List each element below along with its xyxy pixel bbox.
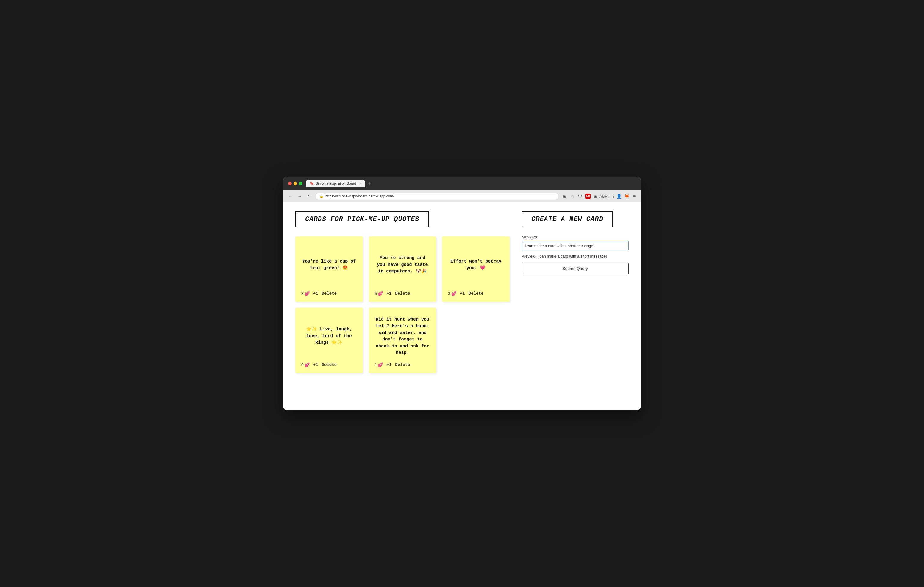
page-layout: Cards for Pick-me-up Quotes You're like … [295, 211, 629, 373]
card-4-message: ⭐✨ Live, laugh, love, Lord of the Rings … [301, 315, 357, 358]
grid-icon[interactable]: ⊞ [593, 194, 598, 199]
url-bar[interactable]: 🔒 https://simons-inspo-board.herokuapp.c… [315, 193, 559, 200]
card-3-plus-one[interactable]: +1 [460, 291, 465, 296]
card-2-likes: 5 💕 [375, 291, 383, 296]
card-5-likes: 1 💕 [375, 362, 383, 367]
card-2-plus-one[interactable]: +1 [386, 291, 391, 296]
tab-close-icon[interactable]: ✕ [359, 182, 361, 185]
active-tab[interactable]: 🔖 Simon's Inspiration Board ✕ [306, 179, 365, 187]
card-1-actions: 3 💕 +1 Delete [301, 291, 357, 296]
card-5-message: Did it hurt when you fell? Here's a band… [375, 315, 431, 358]
card-5: Did it hurt when you fell? Here's a band… [369, 308, 436, 373]
card-1-likes: 3 💕 [301, 291, 310, 296]
card-4-delete[interactable]: Delete [322, 362, 337, 367]
card-1-plus-one[interactable]: +1 [313, 291, 318, 296]
preview-text: Preview: I can make a card with a short … [521, 254, 629, 258]
cards-grid: You're like a cup of tea: green! 😍 3 💕 +… [295, 237, 510, 373]
message-form-group: Message Preview: I can make a card with … [521, 235, 629, 274]
close-button[interactable] [288, 182, 292, 185]
traffic-lights [288, 182, 302, 185]
card-4: ⭐✨ Live, laugh, love, Lord of the Rings … [295, 308, 363, 373]
card-3-actions: 3 💕 +1 Delete [448, 291, 504, 296]
forward-button[interactable]: → [297, 193, 303, 199]
card-1-delete[interactable]: Delete [322, 291, 337, 296]
card-3-message: Effort won't betray you. 💗 [448, 243, 504, 286]
bookmark-icon[interactable]: ☆ [570, 194, 575, 199]
address-bar: ← → ↻ 🔒 https://simons-inspo-board.herok… [284, 190, 640, 202]
tab-bar: 🔖 Simon's Inspiration Board ✕ + [306, 179, 636, 187]
main-content: Cards for Pick-me-up Quotes You're like … [284, 202, 640, 410]
firefox-icon[interactable]: 🦊 [624, 194, 629, 199]
board-header: Cards for Pick-me-up Quotes [295, 211, 429, 227]
refresh-button[interactable]: ↻ [306, 193, 312, 199]
message-input[interactable] [521, 241, 629, 250]
card-3-delete[interactable]: Delete [469, 291, 483, 296]
card-5-plus-one[interactable]: +1 [386, 362, 391, 367]
card-4-actions: 0 💕 +1 Delete [301, 362, 357, 367]
back-button[interactable]: ← [287, 193, 294, 199]
addon-icon[interactable]: AD [585, 194, 591, 199]
hamburger-menu-icon[interactable]: ≡ [632, 194, 637, 199]
card-1-message: You're like a cup of tea: green! 😍 [301, 243, 357, 286]
toolbar-icons: ⊞ ☆ 🛡 AD ⊞ ABP ⋮⋮ 👤 🦊 ≡ [562, 194, 637, 199]
card-2-message: You're strong and you have good taste in… [375, 243, 431, 286]
card-2: You're strong and you have good taste in… [369, 237, 436, 302]
submit-button[interactable]: Submit Query [521, 263, 629, 274]
card-3: Effort won't betray you. 💗 3 💕 +1 Delete [442, 237, 510, 302]
new-tab-button[interactable]: + [366, 180, 372, 187]
profile-icon[interactable]: 👤 [616, 194, 622, 199]
extensions-icon[interactable]: ⊞ [562, 194, 568, 199]
left-panel: Cards for Pick-me-up Quotes You're like … [295, 211, 510, 373]
minimize-button[interactable] [294, 182, 297, 185]
create-header: Create a New Card [521, 211, 613, 227]
maximize-button[interactable] [299, 182, 302, 185]
message-label: Message [521, 235, 629, 239]
card-5-delete[interactable]: Delete [395, 362, 410, 367]
menu-grid-icon[interactable]: ⋮⋮ [609, 194, 614, 199]
board-title: Cards for Pick-me-up Quotes [305, 215, 419, 223]
tab-favicon-icon: 🔖 [310, 181, 314, 186]
abp-icon[interactable]: ABP [601, 194, 606, 199]
create-title: Create a New Card [531, 215, 603, 223]
shield-icon[interactable]: 🛡 [578, 194, 583, 199]
url-text: https://simons-inspo-board.herokuapp.com… [325, 194, 394, 198]
card-5-actions: 1 💕 +1 Delete [375, 362, 431, 367]
card-4-plus-one[interactable]: +1 [313, 362, 318, 367]
title-bar: 🔖 Simon's Inspiration Board ✕ + [284, 177, 640, 190]
card-1: You're like a cup of tea: green! 😍 3 💕 +… [295, 237, 363, 302]
lock-icon: 🔒 [319, 194, 323, 198]
card-3-likes: 3 💕 [448, 291, 456, 296]
tab-title: Simon's Inspiration Board [315, 181, 356, 186]
card-2-delete[interactable]: Delete [395, 291, 410, 296]
preview-value: I can make a card with a short message! [537, 254, 607, 258]
right-panel: Create a New Card Message Preview: I can… [521, 211, 629, 373]
card-2-actions: 5 💕 +1 Delete [375, 291, 431, 296]
card-4-likes: 0 💕 [301, 362, 310, 367]
browser-window: 🔖 Simon's Inspiration Board ✕ + ← → ↻ 🔒 … [284, 177, 640, 410]
